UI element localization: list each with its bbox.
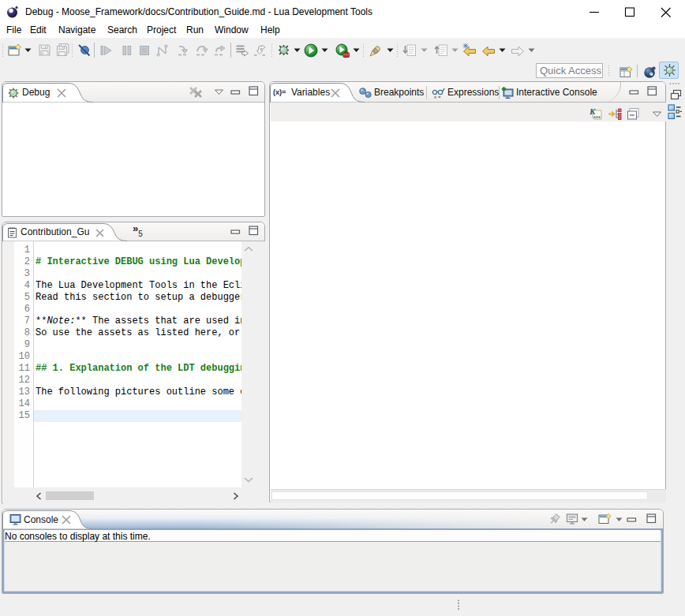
- svg-text:K: K: [590, 107, 596, 116]
- svg-text:=: =: [438, 95, 441, 99]
- svg-text:x: x: [434, 95, 436, 99]
